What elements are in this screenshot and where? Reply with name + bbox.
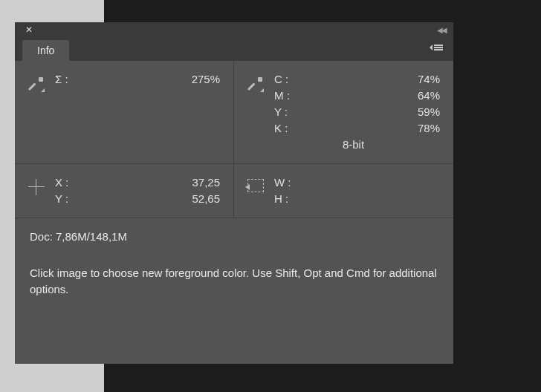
- h-label: H :: [274, 191, 288, 207]
- row-y2: Y : 52,65: [55, 191, 220, 207]
- y-label: Y :: [274, 104, 288, 120]
- close-icon[interactable]: ✕: [22, 24, 36, 35]
- m-value: 64%: [418, 88, 440, 104]
- k-label: K :: [274, 120, 288, 137]
- sigma-value: 275%: [192, 71, 220, 88]
- sigma-label: Σ :: [55, 71, 68, 88]
- cell-total-ink: Σ : 275%: [15, 61, 234, 164]
- c-label: C :: [274, 71, 288, 88]
- selection-icon: [247, 179, 264, 192]
- info-grid: Σ : 275% C : 74%: [15, 61, 453, 218]
- bit-depth: 8-bit: [244, 137, 440, 153]
- row-x: X : 37,25: [55, 174, 220, 191]
- row-h: H :: [274, 191, 440, 207]
- x-value: 37,25: [192, 174, 220, 191]
- cell-xy: X : 37,25 Y : 52,65: [15, 164, 234, 218]
- row-c: C : 74%: [274, 71, 440, 88]
- info-panel: ✕ ◀◀ Info Σ : 275%: [15, 22, 453, 364]
- eyedropper-icon[interactable]: [28, 76, 45, 92]
- eyedropper-icon[interactable]: [247, 76, 264, 92]
- panel-menu-icon[interactable]: [430, 43, 444, 52]
- row-m: M : 64%: [274, 88, 440, 104]
- crosshair-icon: [28, 179, 45, 195]
- y2-value: 52,65: [192, 191, 220, 207]
- tab-bar: Info: [15, 37, 453, 61]
- y-value: 59%: [418, 104, 440, 120]
- row-w: W :: [274, 174, 440, 191]
- row-y: Y : 59%: [274, 104, 440, 120]
- collapse-icon[interactable]: ◀◀: [437, 26, 446, 34]
- row-k: K : 78%: [274, 120, 440, 137]
- m-label: M :: [274, 88, 290, 104]
- hint-text: Click image to choose new foreground col…: [15, 255, 453, 308]
- panel-body: Info Σ : 275%: [15, 37, 453, 364]
- tab-info[interactable]: Info: [22, 40, 69, 61]
- doc-prefix: Doc:: [30, 230, 53, 243]
- w-label: W :: [274, 174, 291, 191]
- cell-wh: W : H :: [234, 164, 453, 218]
- x-label: X :: [55, 174, 68, 191]
- k-value: 78%: [418, 120, 440, 137]
- cell-cmyk: C : 74% M : 64% Y : 59% K :: [234, 61, 453, 164]
- doc-value: 7,86M/148,1M: [56, 230, 127, 243]
- doc-size: Doc: 7,86M/148,1M: [15, 218, 453, 255]
- y2-label: Y :: [55, 191, 68, 207]
- panel-titlebar[interactable]: ✕ ◀◀: [15, 22, 453, 37]
- c-value: 74%: [418, 71, 440, 88]
- row-sigma: Σ : 275%: [55, 71, 220, 88]
